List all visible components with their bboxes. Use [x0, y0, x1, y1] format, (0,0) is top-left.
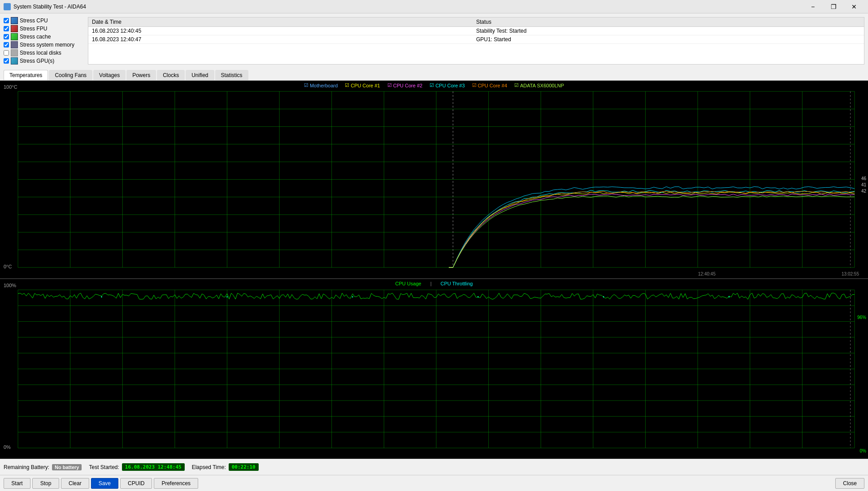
legend-core2: ☑ CPU Core #2 [387, 82, 422, 88]
temp-x-right: 13:02:55 [842, 271, 859, 276]
log-datetime-header: Date & Time [88, 17, 473, 27]
stress-fpu-label: Stress FPU [20, 26, 47, 32]
status-bar: Remaining Battery: No battery Test Start… [0, 459, 868, 475]
cpu-chart-canvas [0, 279, 868, 459]
legend-c1-label: CPU Core #1 [351, 83, 380, 88]
cpu-chart-legend: CPU Usage | CPU Throttling [0, 281, 868, 286]
restore-button[interactable]: ❐ [823, 0, 844, 13]
elapsed-status: Elapsed Time: 00:22:10 [192, 463, 259, 471]
stress-gpu-checkbox[interactable] [4, 58, 9, 64]
main-content: Stress CPU Stress FPU Stress cache Stres… [0, 13, 868, 491]
legend-c4-label: CPU Core #4 [478, 83, 507, 88]
legend-core4: ☑ CPU Core #4 [472, 82, 507, 88]
bottom-bar: Start Stop Clear Save CPUID Preferences … [0, 475, 868, 491]
temp-x-left: 12:40:45 [698, 271, 716, 276]
legend-c2-label: CPU Core #2 [393, 83, 422, 88]
tab-unified[interactable]: Unified [186, 70, 214, 80]
tab-powers[interactable]: Powers [126, 70, 156, 80]
stress-disk-checkbox[interactable] [4, 50, 9, 56]
tab-clocks[interactable]: Clocks [157, 70, 185, 80]
stress-memory-item: Stress system memory [4, 41, 84, 48]
log-datetime-1: 16.08.2023 12:40:45 [88, 27, 473, 35]
test-started-value: 16.08.2023 12:48:45 [122, 463, 185, 471]
stress-gpu-label: Stress GPU(s) [20, 58, 54, 64]
temp-values-right: 46 41 42 [861, 176, 866, 194]
start-button[interactable]: Start [4, 478, 30, 489]
stress-cache-item: Stress cache [4, 33, 84, 40]
cpu-chart: CPU Usage | CPU Throttling 100% 0% 96% 0… [0, 279, 868, 459]
stress-tests-panel: Stress CPU Stress FPU Stress cache Stres… [4, 17, 84, 65]
stress-disk-label: Stress local disks [20, 50, 61, 56]
legend-cpu-usage: CPU Usage [395, 281, 421, 286]
save-button[interactable]: Save [91, 478, 118, 489]
window-title: System Stability Test - AIDA64 [13, 4, 86, 10]
clear-button[interactable]: Clear [61, 478, 89, 489]
stress-cache-checkbox[interactable] [4, 34, 9, 39]
elapsed-label: Elapsed Time: [192, 464, 226, 470]
chart-tabs: Temperatures Cooling Fans Voltages Power… [0, 68, 868, 81]
stress-gpu-item: Stress GPU(s) [4, 57, 84, 65]
tab-cooling-fans[interactable]: Cooling Fans [49, 70, 92, 80]
log-datetime-2: 16.08.2023 12:40:47 [88, 35, 473, 44]
cpu-y-bottom: 0% [4, 444, 11, 450]
stress-cpu-item: Stress CPU [4, 17, 84, 24]
legend-throttle-label: CPU Throttling [441, 281, 473, 286]
preferences-button[interactable]: Preferences [154, 478, 198, 489]
app-icon [4, 3, 11, 10]
stop-button[interactable]: Stop [32, 478, 59, 489]
title-bar-controls: − ❐ ✕ [803, 0, 864, 13]
title-bar: System Stability Test - AIDA64 − ❐ ✕ [0, 0, 868, 13]
temp-y-bottom: 0°C [4, 264, 12, 269]
top-section: Stress CPU Stress FPU Stress cache Stres… [0, 13, 868, 68]
elapsed-value: 00:22:10 [229, 463, 259, 471]
log-status-header: Status [473, 17, 864, 27]
legend-motherboard: ☑ Motherboard [304, 82, 338, 88]
legend-c1-check: ☑ [345, 82, 349, 88]
log-table: Date & Time Status 16.08.2023 12:40:45 S… [88, 17, 864, 65]
temp-val-41: 41 [861, 182, 866, 188]
legend-adata: ☑ ADATA SX6000LNP [514, 82, 564, 88]
legend-c2-check: ☑ [387, 82, 392, 88]
cpu-icon [11, 17, 18, 24]
stress-fpu-item: Stress FPU [4, 25, 84, 32]
stress-cpu-checkbox[interactable] [4, 18, 9, 23]
close-window-button[interactable]: ✕ [844, 0, 864, 13]
stress-memory-checkbox[interactable] [4, 42, 9, 47]
battery-status: Remaining Battery: No battery [4, 464, 82, 470]
temp-chart-legend: ☑ Motherboard ☑ CPU Core #1 ☑ CPU Core #… [0, 82, 868, 88]
close-button[interactable]: Close [835, 478, 864, 489]
tab-statistics[interactable]: Statistics [215, 70, 248, 80]
legend-adata-check: ☑ [514, 82, 519, 88]
temp-chart-canvas [0, 81, 868, 278]
stress-fpu-checkbox[interactable] [4, 26, 9, 31]
stress-cache-label: Stress cache [20, 34, 51, 40]
cpu-value-bottom: 0% [860, 448, 866, 453]
gpu-icon [11, 57, 18, 65]
legend-c4-check: ☑ [472, 82, 477, 88]
temp-val-42: 42 [861, 188, 866, 194]
legend-separator: | [430, 281, 432, 286]
legend-mb-check: ☑ [304, 82, 308, 88]
temperature-chart: ☑ Motherboard ☑ CPU Core #1 ☑ CPU Core #… [0, 81, 868, 279]
tab-temperatures[interactable]: Temperatures [4, 70, 48, 80]
legend-cpu-label: CPU Usage [395, 281, 421, 286]
battery-label: Remaining Battery: [4, 464, 49, 470]
legend-cpu-throttling: CPU Throttling [441, 281, 473, 286]
stress-disk-item: Stress local disks [4, 49, 84, 56]
memory-icon [11, 41, 18, 48]
cpuid-button[interactable]: CPUID [120, 478, 152, 489]
legend-mb-label: Motherboard [310, 83, 338, 88]
log-row-1: 16.08.2023 12:40:45 Stability Test: Star… [88, 27, 864, 35]
battery-value: No battery [52, 464, 82, 470]
legend-c3-label: CPU Core #3 [435, 83, 464, 88]
tab-voltages[interactable]: Voltages [93, 70, 126, 80]
test-started-status: Test Started: 16.08.2023 12:48:45 [89, 463, 184, 471]
fpu-icon [11, 25, 18, 32]
stress-memory-label: Stress system memory [20, 42, 74, 48]
legend-core3: ☑ CPU Core #3 [430, 82, 464, 88]
minimize-button[interactable]: − [803, 0, 823, 13]
legend-adata-label: ADATA SX6000LNP [520, 83, 564, 88]
test-started-label: Test Started: [89, 464, 119, 470]
disk-icon [11, 49, 18, 56]
stress-cpu-label: Stress CPU [20, 17, 48, 24]
